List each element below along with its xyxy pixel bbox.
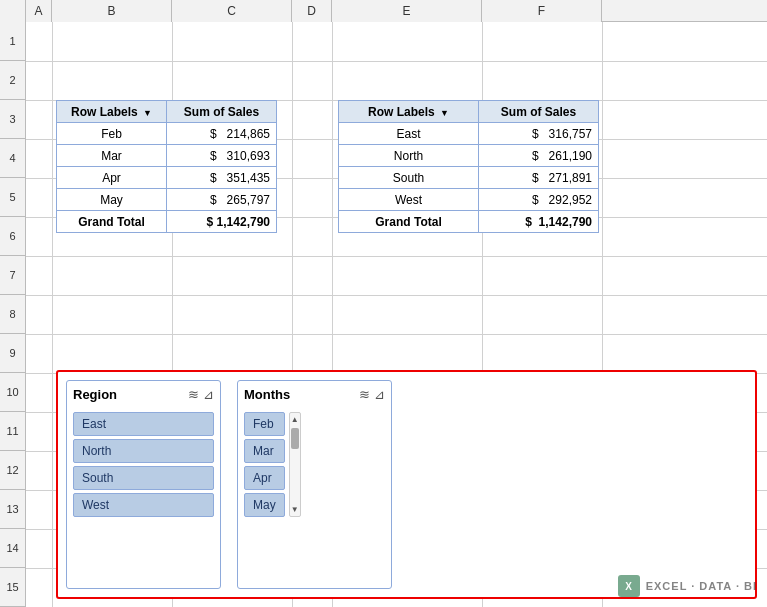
pivot-table-1: Row Labels ▼ Sum of Sales Feb $ 214,865 …	[56, 100, 277, 233]
pt2-row2-label: North	[339, 145, 479, 167]
row-15: 15	[0, 568, 25, 607]
scroll-down-arrow[interactable]: ▼	[289, 503, 301, 516]
scroll-thumb[interactable]	[291, 428, 299, 449]
pt2-header-col2: Sum of Sales	[479, 101, 599, 123]
row-4: 4	[0, 139, 25, 178]
col-header-a: A	[26, 0, 52, 22]
row-6: 6	[0, 217, 25, 256]
row-9: 9	[0, 334, 25, 373]
slicer-month-may[interactable]: May	[244, 493, 285, 517]
pt2-row4-label: West	[339, 189, 479, 211]
slicer-months-title: Months	[244, 387, 290, 402]
filter-clear-icon[interactable]: ⊿	[203, 387, 214, 402]
row-14: 14	[0, 529, 25, 568]
slicer-container: Region ≋ ⊿ East North South West Months	[56, 370, 757, 599]
slicer-months-content: Feb Mar Apr May ▲ ▼	[244, 412, 385, 517]
row-7: 7	[0, 256, 25, 295]
row-headers: 1 2 3 4 5 6 7 8 9 10 11 12 13 14 15	[0, 22, 26, 607]
slicer-months-icons: ≋ ⊿	[359, 387, 385, 402]
slicer-region-icons: ≋ ⊿	[188, 387, 214, 402]
row-11: 11	[0, 412, 25, 451]
pt2-total-label: Grand Total	[339, 211, 479, 233]
row-10: 10	[0, 373, 25, 412]
pt1-row2-label: Mar	[57, 145, 167, 167]
pt1-total-label: Grand Total	[57, 211, 167, 233]
pt1-row4-label: May	[57, 189, 167, 211]
slicer-region-title: Region	[73, 387, 117, 402]
pt2-header-label[interactable]: Row Labels ▼	[339, 101, 479, 123]
cells-area: Row Labels ▼ Sum of Sales Feb $ 214,865 …	[26, 22, 767, 607]
pt2-row1-label: East	[339, 123, 479, 145]
multi-select-icon[interactable]: ≋	[188, 387, 199, 402]
pt2-row3-val: $ 271,891	[479, 167, 599, 189]
row-1: 1	[0, 22, 25, 61]
slicer-month-apr[interactable]: Apr	[244, 466, 285, 490]
slicer-region-west[interactable]: West	[73, 493, 214, 517]
slicer-months-header: Months ≋ ⊿	[244, 387, 385, 406]
slicer-region: Region ≋ ⊿ East North South West	[66, 380, 221, 589]
slicer-months-scrollbar[interactable]: ▲ ▼	[289, 412, 301, 517]
col-header-c: C	[172, 0, 292, 22]
corner-cell	[0, 0, 26, 22]
col-header-d: D	[292, 0, 332, 22]
column-headers: A B C D E F	[0, 0, 767, 22]
pt1-row1-label: Feb	[57, 123, 167, 145]
pt2-row3-label: South	[339, 167, 479, 189]
row-8: 8	[0, 295, 25, 334]
pivot-table-2: Row Labels ▼ Sum of Sales East $ 316,757…	[338, 100, 599, 233]
slicer-region-east[interactable]: East	[73, 412, 214, 436]
col-header-b: B	[52, 0, 172, 22]
pt1-row2-val: $ 310,693	[167, 145, 277, 167]
filter-clear-months-icon[interactable]: ⊿	[374, 387, 385, 402]
pt1-header-col2: Sum of Sales	[167, 101, 277, 123]
col-header-f: F	[482, 0, 602, 22]
pt1-row3-label: Apr	[57, 167, 167, 189]
col-header-e: E	[332, 0, 482, 22]
slicer-months-items: Feb Mar Apr May	[244, 412, 285, 517]
pt2-row1-val: $ 316,757	[479, 123, 599, 145]
slicer-months: Months ≋ ⊿ Feb Mar Apr May	[237, 380, 392, 589]
pt1-row4-val: $ 265,797	[167, 189, 277, 211]
pt2-total-val: $ 1,142,790	[479, 211, 599, 233]
multi-select-months-icon[interactable]: ≋	[359, 387, 370, 402]
pt2-row2-val: $ 261,190	[479, 145, 599, 167]
row-13: 13	[0, 490, 25, 529]
pt2-row4-val: $ 292,952	[479, 189, 599, 211]
watermark-logo: X	[618, 575, 640, 597]
slicer-region-north[interactable]: North	[73, 439, 214, 463]
row-3: 3	[0, 100, 25, 139]
row-12: 12	[0, 451, 25, 490]
pt1-row1-val: $ 214,865	[167, 123, 277, 145]
grid-area: 1 2 3 4 5 6 7 8 9 10 11 12 13 14 15	[0, 22, 767, 607]
pt1-total-val: $ 1,142,790	[167, 211, 277, 233]
slicer-region-header: Region ≋ ⊿	[73, 387, 214, 406]
slicer-region-south[interactable]: South	[73, 466, 214, 490]
pt1-row3-val: $ 351,435	[167, 167, 277, 189]
row-5: 5	[0, 178, 25, 217]
pt1-header-label[interactable]: Row Labels ▼	[57, 101, 167, 123]
watermark-text: EXCEL · DATA · BI	[646, 580, 757, 592]
scroll-up-arrow[interactable]: ▲	[289, 413, 301, 426]
watermark: X EXCEL · DATA · BI	[618, 575, 757, 597]
row-2: 2	[0, 61, 25, 100]
slicer-month-feb[interactable]: Feb	[244, 412, 285, 436]
slicer-month-mar[interactable]: Mar	[244, 439, 285, 463]
spreadsheet: A B C D E F 1 2 3 4 5 6 7 8 9 10 11 12 1…	[0, 0, 767, 607]
